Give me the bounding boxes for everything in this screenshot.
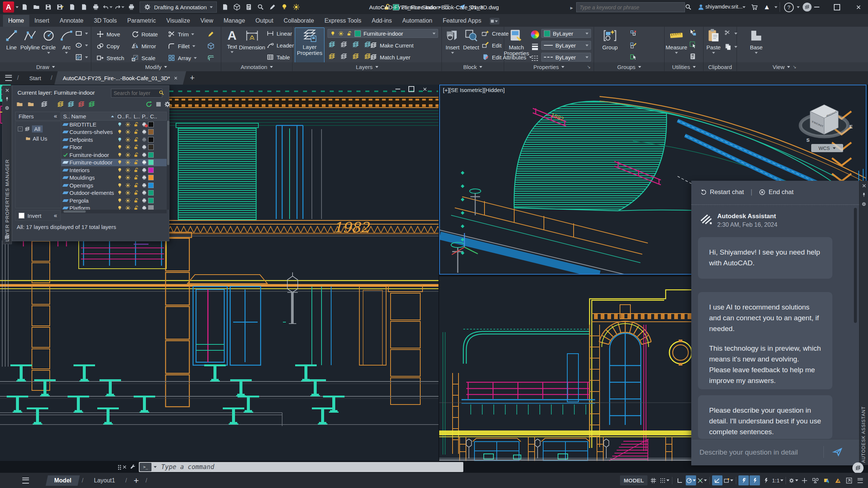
copy-clip-icon[interactable] xyxy=(724,43,737,50)
group-edit-icon[interactable] xyxy=(630,42,637,49)
panel-label-utilities[interactable]: Utilities xyxy=(665,62,703,71)
workspace-switcher[interactable]: Drafting & Annotation xyxy=(140,1,217,13)
col-plot[interactable]: P.. xyxy=(140,112,149,120)
object-snap-tracking-toggle[interactable] xyxy=(697,475,707,485)
new-layout-button[interactable]: + xyxy=(134,475,139,486)
bulb-on-icon[interactable] xyxy=(280,2,289,12)
layer-search-icon[interactable] xyxy=(159,90,164,96)
col-lock[interactable]: L.. xyxy=(132,112,140,120)
layer-off-icon[interactable] xyxy=(328,41,336,48)
layer-row-floor[interactable]: Floor xyxy=(61,144,167,151)
search-expand-icon[interactable]: ▸ xyxy=(570,4,573,11)
clean-screen-button[interactable] xyxy=(844,475,854,485)
layer-row-platform[interactable]: Platform xyxy=(61,204,167,210)
tab-annotate[interactable]: Annotate xyxy=(55,15,89,27)
search-icon[interactable] xyxy=(683,2,693,12)
ellipse-tool-button[interactable] xyxy=(75,42,88,49)
panel-label-properties[interactable]: Properties↘ xyxy=(504,62,594,71)
hatch-tool-button[interactable] xyxy=(75,53,88,61)
user-menu-caret-icon[interactable] xyxy=(743,6,745,8)
lineweight-dropdown[interactable]: ByLayer xyxy=(541,41,591,50)
new-layer-frozen-icon[interactable] xyxy=(66,100,75,109)
help-button[interactable]: ? xyxy=(784,3,794,12)
open-icon[interactable] xyxy=(32,2,41,12)
batch-plot-icon[interactable] xyxy=(127,2,136,12)
snap-mode-toggle[interactable] xyxy=(659,475,670,485)
dialog-launcher-icon[interactable]: ↘ xyxy=(587,64,591,69)
tab-parametric[interactable]: Parametric xyxy=(122,15,161,27)
chat-scrollbar[interactable] xyxy=(854,208,857,323)
tab-visualize[interactable]: Visualize xyxy=(161,15,195,27)
layer-search-input[interactable] xyxy=(111,89,162,98)
command-line-grip[interactable] xyxy=(118,465,119,469)
bulb-sun-icon[interactable] xyxy=(291,2,301,12)
save-icon[interactable] xyxy=(43,2,53,12)
export-icon[interactable] xyxy=(79,2,89,12)
help-search-input[interactable] xyxy=(576,2,685,12)
layer-row-openings[interactable]: Openings xyxy=(61,181,167,189)
layer-row-pergola[interactable]: Pergola xyxy=(61,197,167,204)
quick-calculator-icon[interactable] xyxy=(689,53,696,60)
signed-in-user[interactable]: shiyamdev.srit... xyxy=(705,4,743,10)
new-drawing-icon[interactable] xyxy=(20,2,29,12)
tab-express-tools[interactable]: Express Tools xyxy=(319,15,366,27)
restart-chat-button[interactable]: Restart chat xyxy=(700,189,744,196)
col-freeze[interactable]: F.. xyxy=(124,112,132,120)
new-layer-icon[interactable] xyxy=(56,100,65,109)
layer-row-outdoor-elements[interactable]: Outdoor-elements xyxy=(61,189,167,197)
layout1-tab[interactable]: Layout1 xyxy=(85,475,124,486)
maximize-button[interactable] xyxy=(829,0,845,14)
tab-featured-apps[interactable]: Featured Apps xyxy=(437,15,486,27)
palette-properties-icon[interactable] xyxy=(4,105,10,111)
tab-add-ins[interactable]: Add-ins xyxy=(366,15,397,27)
dynamic-input-toggle[interactable] xyxy=(723,475,734,485)
panel-label-block[interactable]: Block xyxy=(442,62,504,71)
layer-on-icon[interactable] xyxy=(328,53,336,60)
scale-button[interactable]: Scale xyxy=(131,54,156,62)
ortho-mode-toggle[interactable] xyxy=(675,475,685,485)
layer-states-manager-icon[interactable] xyxy=(40,100,49,109)
panel-label-modify[interactable]: Modify xyxy=(91,62,221,71)
set-current-layer-icon[interactable] xyxy=(87,100,96,109)
ungroup-icon[interactable] xyxy=(630,30,637,37)
edit-settings-icon[interactable] xyxy=(268,2,277,12)
annotation-monitor-button[interactable]: A xyxy=(833,475,843,485)
move-button[interactable]: Move xyxy=(97,30,120,38)
assistant-autohide-icon[interactable] xyxy=(861,192,867,197)
annotation-scale-button[interactable]: 1:1 xyxy=(772,475,783,485)
panel-label-layers[interactable]: Layers xyxy=(293,62,441,71)
new-property-filter-icon[interactable] xyxy=(15,100,24,109)
panel-label-groups[interactable]: Groups xyxy=(594,62,664,71)
object-snap-2d-toggle[interactable] xyxy=(750,475,760,485)
lineweight-icon[interactable] xyxy=(531,42,539,50)
quick-layer-control[interactable]: Furniture-indo xyxy=(380,2,453,12)
measure-button[interactable]: Measure xyxy=(666,28,687,54)
layer-freeze-icon[interactable] xyxy=(352,41,359,48)
make-current-button[interactable]: Make Current xyxy=(370,42,414,49)
model-space-button[interactable]: MODEL xyxy=(620,475,647,485)
crosshair-toggle[interactable] xyxy=(799,475,810,485)
panel-label-draw[interactable]: Draw xyxy=(0,62,91,71)
group-button[interactable]: Group xyxy=(599,28,621,50)
circle-button[interactable]: Circle xyxy=(39,28,59,54)
quick-select-icon[interactable] xyxy=(689,29,696,36)
linetype-dropdown[interactable]: ByLayer xyxy=(541,53,591,62)
erase-icon[interactable] xyxy=(207,30,215,38)
refresh-icon[interactable] xyxy=(144,100,153,109)
offset-icon[interactable] xyxy=(207,54,215,62)
close-tab-icon[interactable] xyxy=(174,76,178,80)
filters-header[interactable]: Filters« xyxy=(15,112,61,121)
autocad-app-icon[interactable]: A xyxy=(3,1,14,13)
panel-label-annotation[interactable]: Annotation xyxy=(221,62,292,71)
assistant-properties-icon[interactable] xyxy=(861,202,867,207)
close-button[interactable] xyxy=(850,0,867,14)
minimize-button[interactable] xyxy=(809,0,825,14)
detect-button[interactable]: Detect xyxy=(461,28,481,50)
tree-node-all[interactable]: - All xyxy=(16,122,61,132)
table-button[interactable]: Table xyxy=(267,53,290,61)
cut-clip-icon[interactable] xyxy=(724,30,737,37)
col-name[interactable]: Name xyxy=(70,112,116,120)
color-wheel-icon[interactable] xyxy=(531,30,539,39)
tab-view[interactable]: View xyxy=(195,15,218,27)
undo-button[interactable] xyxy=(103,2,112,12)
